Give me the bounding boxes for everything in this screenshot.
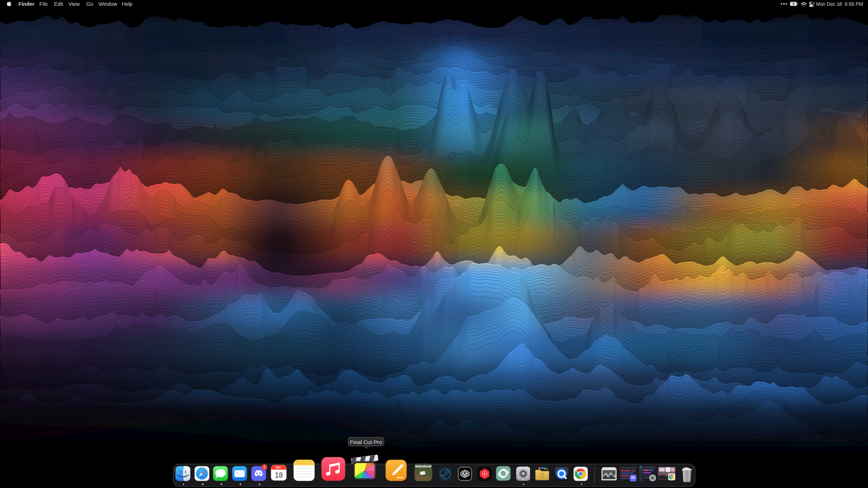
svg-text:DEC: DEC	[276, 466, 282, 469]
svg-text:18: 18	[275, 471, 283, 479]
svg-text:SNOWRUNNER: SNOWRUNNER	[416, 465, 431, 467]
